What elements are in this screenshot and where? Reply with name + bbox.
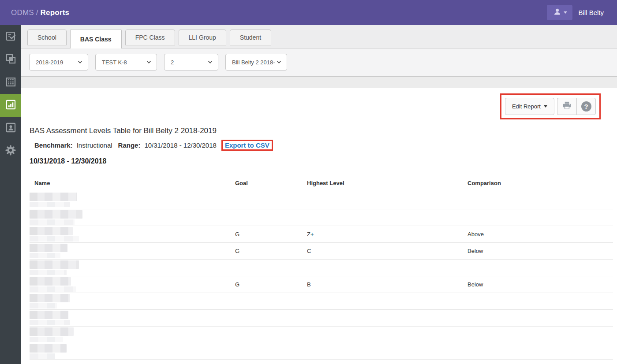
table-row: GBBelow	[30, 276, 613, 293]
sidebar-item-settings[interactable]	[0, 140, 21, 163]
help-button[interactable]: ?	[576, 98, 596, 115]
goal-value: G	[235, 226, 307, 242]
user-menu-button[interactable]	[547, 5, 572, 20]
student-name-redacted	[30, 259, 235, 276]
benchmark-row: Benchmark: Instructional Range: 10/31/20…	[30, 140, 617, 151]
highest-level-value	[307, 209, 467, 226]
student-name-redacted	[30, 343, 235, 360]
comparison-value	[467, 343, 613, 360]
help-icon: ?	[581, 101, 591, 111]
school-year-select-value: 2018-2019	[36, 59, 63, 66]
comparison-value	[467, 326, 613, 343]
goal-value: G	[235, 276, 307, 293]
highest-level-value	[307, 309, 467, 326]
top-header: ODMS / Reports Bill Belty	[0, 0, 617, 25]
table-row	[30, 259, 613, 276]
student-name-redacted	[30, 242, 235, 259]
sidebar-item-students[interactable]	[0, 117, 21, 140]
student-name-redacted	[30, 226, 235, 242]
comparison-value	[467, 209, 613, 226]
sidebar-item-reports[interactable]	[0, 94, 21, 117]
goal-value	[235, 343, 307, 360]
app-name: ODMS	[11, 8, 34, 17]
breadcrumb: ODMS / Reports	[0, 8, 69, 17]
date-range-heading: 10/31/2018 - 12/30/2018	[30, 157, 617, 165]
comparison-value: Above	[467, 226, 613, 242]
goal-value	[235, 209, 307, 226]
tab-lli-group[interactable]: LLI Group	[179, 30, 226, 45]
class-select-value: Bill Belty 2 2018-	[232, 59, 275, 66]
chevron-down-icon	[208, 60, 213, 64]
sidebar-item-calendar[interactable]	[0, 71, 21, 94]
table-row	[30, 191, 613, 209]
tab-fpc-class[interactable]: FPC Class	[125, 30, 175, 45]
column-header-highest-level: Highest Level	[307, 177, 467, 191]
table-row	[30, 343, 613, 360]
comparison-value: Below	[467, 276, 613, 293]
person-card-icon	[5, 122, 17, 135]
student-name-redacted	[30, 309, 235, 326]
tab-student[interactable]: Student	[230, 30, 271, 45]
divider-band	[21, 76, 617, 88]
edit-report-button[interactable]: Edit Report	[505, 98, 554, 115]
grade-select-value: 2	[171, 59, 174, 66]
highest-level-value: B	[307, 276, 467, 293]
table-footer-row: test5554, test1	[30, 360, 613, 364]
table-row: GCBelow	[30, 242, 613, 259]
highest-level-value	[307, 293, 467, 309]
comparison-value	[467, 293, 613, 309]
toolbar-annotation-box: Edit Report ?	[500, 93, 601, 119]
page-title: Reports	[41, 8, 70, 17]
sidebar-item-assessments[interactable]	[0, 25, 21, 48]
table-row	[30, 209, 613, 226]
overlapping-squares-icon	[5, 53, 17, 67]
column-header-comparison: Comparison	[467, 177, 613, 191]
main-area: SchoolBAS ClassFPC ClassLLI GroupStudent…	[21, 25, 617, 364]
comparison-value	[467, 309, 613, 326]
chevron-down-icon	[146, 60, 151, 64]
clipboard-check-icon	[5, 30, 17, 44]
highest-level-value	[307, 191, 467, 209]
export-to-csv-link[interactable]: Export to CSV	[225, 141, 269, 149]
goal-value	[235, 326, 307, 343]
tab-bar: SchoolBAS ClassFPC ClassLLI GroupStudent	[21, 25, 617, 48]
chevron-down-icon	[277, 60, 281, 64]
tab-bas-class[interactable]: BAS Class	[70, 29, 122, 48]
person-icon	[553, 7, 562, 18]
print-button[interactable]	[557, 98, 576, 115]
sidebar	[0, 25, 21, 364]
grade-select[interactable]: 2	[164, 54, 218, 71]
chevron-down-icon	[544, 105, 547, 108]
comparison-value	[467, 259, 613, 276]
goal-value	[235, 191, 307, 209]
benchmark-label: Benchmark:	[34, 141, 73, 149]
goal-value	[235, 309, 307, 326]
student-name-redacted	[30, 191, 235, 209]
assessment-levels-table: Name Goal Highest Level Comparison GZ+Ab…	[30, 177, 613, 364]
school-year-select[interactable]: 2018-2019	[29, 54, 88, 71]
table-header-row: Name Goal Highest Level Comparison	[30, 177, 613, 191]
column-header-goal: Goal	[235, 177, 307, 191]
tab-school[interactable]: School	[27, 30, 67, 45]
edit-report-label: Edit Report	[512, 103, 541, 110]
class-select[interactable]: Bill Belty 2 2018-	[225, 54, 287, 71]
range-value: 10/31/2018 - 12/30/2018	[144, 141, 216, 149]
bar-chart-icon	[5, 99, 17, 112]
highest-level-value	[307, 343, 467, 360]
table-row: GZ+Above	[30, 226, 613, 242]
highest-level-value: C	[307, 242, 467, 259]
comparison-value	[467, 191, 613, 209]
toolbar-button-group: ?	[557, 98, 596, 115]
goal-value	[235, 293, 307, 309]
gear-icon	[4, 144, 17, 158]
highest-level-value	[307, 326, 467, 343]
school-select[interactable]: TEST K-8	[95, 54, 157, 71]
chevron-down-icon	[564, 11, 567, 14]
school-select-value: TEST K-8	[102, 59, 127, 66]
highest-level-value: Z+	[307, 226, 467, 242]
sidebar-item-classes[interactable]	[0, 48, 21, 71]
table-footer-text: test5554, test1	[30, 360, 613, 364]
student-name-redacted	[30, 326, 235, 343]
filter-bar: 2018-2019TEST K-82Bill Belty 2 2018-	[21, 48, 617, 76]
range-label: Range:	[118, 141, 141, 149]
